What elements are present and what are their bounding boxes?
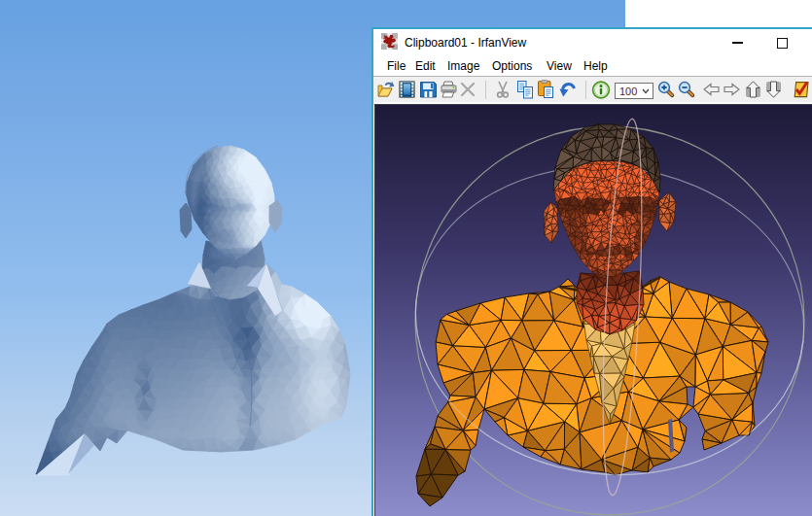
svg-text:100: 100 — [619, 86, 637, 97]
